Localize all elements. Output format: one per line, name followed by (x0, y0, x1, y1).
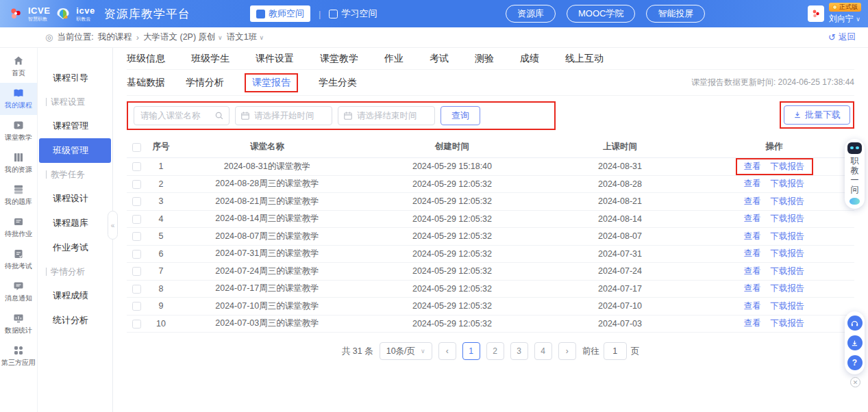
sidebar-item-my-resources[interactable]: 我的资源 (0, 147, 37, 179)
sidebar-item-my-courses[interactable]: 我的课程 (0, 83, 37, 115)
view-link[interactable]: 查看 (744, 301, 761, 311)
sidebar2-item[interactable]: 作业考试 (38, 235, 112, 260)
tab[interactable]: 班级信息 (127, 53, 165, 65)
tab[interactable]: 线上互动 (565, 53, 604, 65)
breadcrumb-course-select[interactable]: 大学语文 (2P) 原创 ∨ (143, 31, 223, 43)
close-toolbar-button[interactable]: ✕ (850, 377, 860, 387)
row-checkbox[interactable] (132, 180, 141, 189)
prev-page-button[interactable]: ‹ (438, 342, 456, 360)
download-report-link[interactable]: 下载报告 (771, 179, 805, 188)
sidebar-item-statistics[interactable]: 数据统计 (0, 308, 37, 340)
row-checkbox[interactable] (132, 267, 141, 276)
download-report-link[interactable]: 下载报告 (771, 266, 805, 276)
page-button-3[interactable]: 3 (510, 342, 528, 360)
download-center-button[interactable] (847, 335, 863, 350)
tab[interactable]: 成绩 (520, 53, 539, 65)
sidebar2-item[interactable]: 统计分析 (38, 308, 112, 333)
row-checkbox[interactable] (132, 320, 141, 329)
view-link[interactable]: 查看 (744, 266, 761, 276)
breadcrumb-my-courses[interactable]: 我的课程 (98, 31, 132, 43)
actions-cell: 查看下载报告 (694, 280, 854, 298)
view-link[interactable]: 查看 (744, 214, 761, 223)
query-button[interactable]: 查询 (441, 106, 480, 125)
view-link[interactable]: 查看 (744, 248, 761, 258)
nav-separator: | (319, 9, 321, 19)
row-checkbox[interactable] (132, 285, 141, 294)
sidebar-item-third-party-apps[interactable]: 第三方应用 (0, 340, 37, 372)
tab[interactable]: 课件设置 (256, 53, 294, 65)
download-report-link[interactable]: 下载报告 (771, 248, 805, 258)
sidebar2-item[interactable]: 课程设计 (38, 186, 112, 211)
subtabs-row: 基础数据学情分析课堂报告学生分类 课堂报告数据更新时间: 2024-06-25 … (127, 70, 854, 96)
view-link[interactable]: 查看 (744, 231, 761, 241)
assistant-label: 职教一问 (851, 156, 859, 194)
view-link[interactable]: 查看 (744, 179, 761, 188)
header-pill-button[interactable]: 智能投屏 (646, 5, 705, 23)
subtab[interactable]: 学生分类 (319, 77, 357, 89)
sidebar-item-question-bank[interactable]: 我的题库 (0, 179, 37, 211)
download-report-link[interactable]: 下载报告 (771, 318, 805, 328)
tab[interactable]: 考试 (430, 53, 449, 65)
row-checkbox[interactable] (132, 215, 141, 224)
sidebar2-item[interactable]: 课程管理 (38, 114, 112, 138)
class-time-cell: 2024-07-31 (546, 245, 694, 263)
subtab[interactable]: 基础数据 (127, 77, 165, 89)
sidebar2-item[interactable]: 课程题库 (38, 211, 112, 235)
page-size-select[interactable]: 10条/页∨ (380, 342, 432, 360)
tab[interactable]: 班级学生 (191, 53, 230, 65)
sidebar-collapse-handle[interactable]: « (108, 211, 118, 240)
question-mark-icon: ? (852, 358, 857, 368)
download-report-link[interactable]: 下载报告 (771, 283, 805, 293)
nav-learning-space[interactable]: 学习空间 (329, 8, 377, 20)
row-checkbox[interactable] (132, 302, 141, 311)
sidebar-item-messages[interactable]: 消息通知 (0, 276, 37, 308)
nav-teacher-space[interactable]: 教师空间 (250, 5, 310, 22)
tab[interactable]: 测验 (475, 53, 494, 65)
view-link[interactable]: 查看 (744, 283, 761, 293)
calendar-icon (343, 111, 353, 120)
next-page-button[interactable]: › (558, 342, 576, 360)
class-time-cell: 2024-07-24 (546, 263, 694, 281)
sidebar2-item[interactable]: 课程成绩 (38, 283, 112, 308)
tab[interactable]: 课堂教学 (320, 53, 358, 65)
view-link[interactable]: 查看 (744, 196, 761, 206)
view-link[interactable]: 查看 (744, 162, 761, 171)
batch-download-button[interactable]: 批量下载 (784, 105, 850, 125)
select-all-checkbox[interactable] (132, 143, 141, 152)
breadcrumb-separator: › (136, 33, 139, 42)
sidebar-item-classroom-teaching[interactable]: 课堂教学 (0, 115, 37, 147)
sidebar-item-pending-exams[interactable]: 待批考试 (0, 244, 37, 276)
subtab[interactable]: 课堂报告 (245, 73, 298, 92)
header-pill-button[interactable]: MOOC学院 (567, 5, 635, 23)
download-report-link[interactable]: 下载报告 (771, 162, 805, 171)
view-link[interactable]: 查看 (744, 318, 761, 328)
tab[interactable]: 作业 (384, 53, 404, 65)
download-report-link[interactable]: 下载报告 (771, 301, 805, 311)
header-pill-button[interactable]: 资源库 (506, 5, 556, 23)
subtab[interactable]: 学情分析 (186, 77, 224, 89)
customer-service-button[interactable] (847, 316, 863, 331)
sidebar2-item[interactable]: 课程引导 (38, 66, 112, 90)
sidebar-item-home[interactable]: 首页 (0, 51, 37, 83)
page-button-1[interactable]: 1 (462, 342, 480, 360)
row-checkbox[interactable] (132, 197, 141, 206)
sidebar2-item[interactable]: 班级管理 (39, 138, 111, 163)
assistant-widget[interactable]: 职教一问 (845, 139, 865, 209)
page-button-4[interactable]: 4 (534, 342, 552, 360)
download-report-link[interactable]: 下载报告 (771, 196, 805, 206)
download-report-link[interactable]: 下载报告 (771, 231, 805, 241)
my-resources-icon (13, 152, 24, 163)
back-button[interactable]: ↺返回 (828, 31, 856, 43)
help-button[interactable]: ? (847, 355, 863, 370)
goto-page-input[interactable] (604, 342, 627, 360)
avatar[interactable] (808, 5, 824, 22)
user-menu[interactable]: 刘向宁 ∨ (829, 13, 860, 25)
breadcrumb-class-select[interactable]: 语文1班 ∨ (227, 31, 264, 43)
row-checkbox[interactable] (132, 232, 141, 241)
pending-exams-icon (13, 248, 24, 259)
row-checkbox[interactable] (132, 162, 141, 171)
sidebar-item-pending-homework[interactable]: 待批作业 (0, 211, 37, 244)
download-report-link[interactable]: 下载报告 (771, 214, 805, 223)
row-checkbox[interactable] (132, 250, 141, 259)
page-button-2[interactable]: 2 (486, 342, 504, 360)
